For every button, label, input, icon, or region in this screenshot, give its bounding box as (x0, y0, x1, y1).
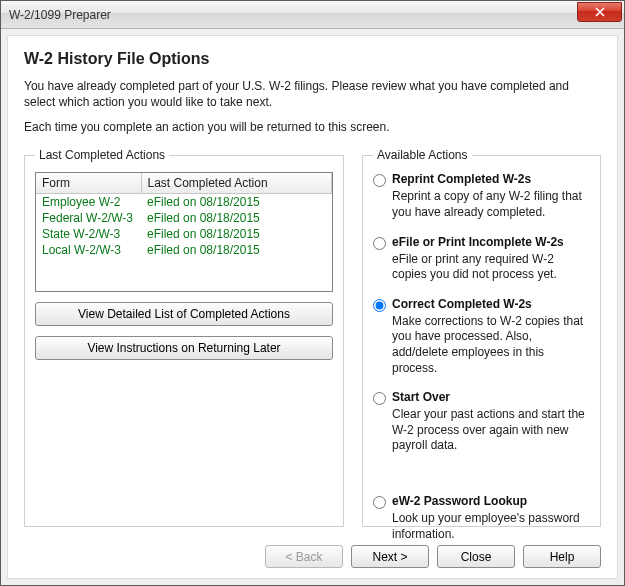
cell-form: Employee W-2 (36, 194, 141, 211)
titlebar[interactable]: W-2/1099 Preparer (1, 1, 624, 29)
radio-desc-correct: Make corrections to W-2 copies that you … (392, 314, 590, 376)
help-button[interactable]: Help (523, 545, 601, 568)
table-row[interactable]: Local W-2/W-3eFiled on 08/18/2015 (36, 242, 332, 258)
close-icon (595, 7, 605, 17)
radio-label-reprint[interactable]: Reprint Completed W-2s (392, 172, 531, 186)
table-row[interactable]: Employee W-2eFiled on 08/18/2015 (36, 194, 332, 211)
intro-text-2: Each time you complete an action you wil… (24, 120, 601, 134)
radio-label-efile[interactable]: eFile or Print Incomplete W-2s (392, 235, 564, 249)
radio-row: Start Over (373, 390, 590, 405)
cell-action: eFiled on 08/18/2015 (141, 226, 332, 242)
footer-buttons: < Back Next > Close Help (24, 535, 601, 568)
table-row[interactable]: State W-2/W-3eFiled on 08/18/2015 (36, 226, 332, 242)
close-dialog-button[interactable]: Close (437, 545, 515, 568)
dialog-window: W-2/1099 Preparer W-2 History File Optio… (0, 0, 625, 586)
intro-text: You have already completed part of your … (24, 78, 601, 110)
radio-reprint[interactable] (373, 174, 386, 187)
available-actions-legend: Available Actions (373, 148, 472, 162)
table-row[interactable]: Federal W-2/W-3eFiled on 08/18/2015 (36, 210, 332, 226)
radio-item-startover: Start OverClear your past actions and st… (373, 390, 590, 454)
radio-list: Reprint Completed W-2sReprint a copy of … (373, 172, 590, 542)
radio-desc-reprint: Reprint a copy of any W-2 filing that yo… (392, 189, 590, 220)
next-button[interactable]: Next > (351, 545, 429, 568)
col-form[interactable]: Form (36, 173, 141, 194)
close-button[interactable] (577, 2, 622, 22)
actions-table: Form Last Completed Action Employee W-2e… (36, 173, 332, 258)
back-button: < Back (265, 545, 343, 568)
radio-label-correct[interactable]: Correct Completed W-2s (392, 297, 532, 311)
last-completed-actions-group: Last Completed Actions Form Last Complet… (24, 148, 344, 527)
content-area: W-2 History File Options You have alread… (7, 35, 618, 579)
last-completed-legend: Last Completed Actions (35, 148, 169, 162)
columns: Last Completed Actions Form Last Complet… (24, 148, 601, 527)
cell-form: Federal W-2/W-3 (36, 210, 141, 226)
radio-item-correct: Correct Completed W-2sMake corrections t… (373, 297, 590, 376)
cell-form: State W-2/W-3 (36, 226, 141, 242)
cell-form: Local W-2/W-3 (36, 242, 141, 258)
window-title: W-2/1099 Preparer (9, 8, 577, 22)
radio-row: eFile or Print Incomplete W-2s (373, 235, 590, 250)
view-detailed-button[interactable]: View Detailed List of Completed Actions (35, 302, 333, 326)
radio-row: Correct Completed W-2s (373, 297, 590, 312)
radio-correct[interactable] (373, 299, 386, 312)
col-action[interactable]: Last Completed Action (141, 173, 332, 194)
radio-desc-startover: Clear your past actions and start the W-… (392, 407, 590, 454)
cell-action: eFiled on 08/18/2015 (141, 242, 332, 258)
page-title: W-2 History File Options (24, 50, 601, 68)
cell-action: eFiled on 08/18/2015 (141, 194, 332, 211)
radio-row: eW-2 Password Lookup (373, 494, 590, 509)
radio-label-startover[interactable]: Start Over (392, 390, 450, 404)
radio-row: Reprint Completed W-2s (373, 172, 590, 187)
actions-table-wrap: Form Last Completed Action Employee W-2e… (35, 172, 333, 292)
radio-item-reprint: Reprint Completed W-2sReprint a copy of … (373, 172, 590, 220)
radio-item-efile: eFile or Print Incomplete W-2seFile or p… (373, 235, 590, 283)
radio-efile[interactable] (373, 237, 386, 250)
radio-desc-efile: eFile or print any required W-2 copies y… (392, 252, 590, 283)
radio-startover[interactable] (373, 392, 386, 405)
radio-ew2[interactable] (373, 496, 386, 509)
view-instructions-button[interactable]: View Instructions on Returning Later (35, 336, 333, 360)
cell-action: eFiled on 08/18/2015 (141, 210, 332, 226)
radio-label-ew2[interactable]: eW-2 Password Lookup (392, 494, 527, 508)
available-actions-group: Available Actions Reprint Completed W-2s… (362, 148, 601, 527)
